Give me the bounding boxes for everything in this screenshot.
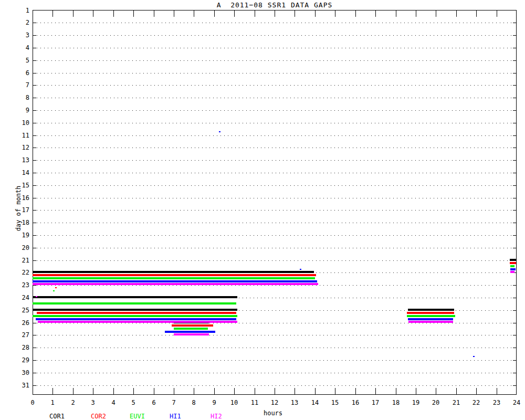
y-tick-label: 3 (10, 32, 29, 39)
day-tick-right (513, 348, 516, 348)
x-tick-label: 7 (172, 399, 175, 406)
x-tick-label: 11 (251, 399, 258, 406)
y-tick-label: 2 (10, 19, 29, 26)
hour-tick-top (497, 10, 497, 17)
hour-tick-bottom (436, 388, 436, 394)
day-tick-left (33, 385, 36, 386)
hour-tick-top (456, 10, 457, 17)
hour-tick-top (133, 10, 134, 17)
day-tick-right (513, 35, 516, 36)
x-tick-label: 20 (432, 399, 439, 406)
legend-item-cor1: COR1 (49, 413, 65, 420)
y-tick-label: 26 (10, 319, 29, 327)
day-tick-left (33, 223, 36, 223)
hour-tick-bottom (174, 388, 174, 394)
day-tick-left (33, 135, 36, 136)
day-gridline (33, 198, 516, 198)
y-axis-label: day of month (15, 186, 22, 232)
hour-tick-top (113, 10, 114, 17)
y-tick-label: 4 (10, 44, 29, 51)
gap-segment-hi1 (33, 280, 317, 282)
gap-segment-hi2 (408, 321, 453, 323)
gap-segment-cor1 (510, 259, 517, 261)
hour-tick-bottom (234, 388, 235, 394)
y-tick-label: 29 (10, 356, 29, 364)
day-tick-left (33, 123, 36, 123)
gap-segment-hi1 (219, 131, 220, 132)
day-gridline (33, 148, 516, 148)
x-tick-label: 0 (30, 399, 34, 406)
hour-tick-bottom (275, 388, 275, 394)
day-tick-right (513, 373, 516, 373)
y-tick-label: 20 (10, 244, 29, 251)
y-tick-label: 1 (10, 7, 29, 14)
gap-segment-cor1 (408, 309, 454, 311)
day-gridline (33, 110, 516, 111)
day-tick-left (33, 185, 36, 186)
legend-item-euvi: EUVI (130, 413, 145, 420)
y-tick-label: 14 (10, 169, 29, 176)
hour-tick-top (375, 10, 376, 17)
day-gridline (33, 135, 516, 136)
y-tick-label: 22 (10, 269, 29, 276)
x-tick-label: 23 (493, 399, 500, 406)
y-tick-label: 27 (10, 331, 29, 339)
hour-tick-bottom (416, 388, 416, 394)
hour-tick-top (73, 10, 74, 17)
gap-segment-euvi (33, 277, 315, 279)
x-tick-label: 18 (392, 399, 400, 406)
day-tick-right (513, 298, 516, 298)
day-tick-left (33, 110, 36, 111)
day-tick-right (513, 248, 516, 248)
y-tick-label: 19 (10, 232, 29, 239)
x-tick-label: 2 (71, 399, 75, 406)
gap-segment-hi1 (408, 318, 453, 320)
day-tick-left (33, 335, 36, 335)
x-tick-label: 16 (352, 399, 359, 406)
day-tick-left (33, 48, 36, 48)
gap-segment-cor2 (33, 274, 316, 276)
gap-segment-euvi (407, 315, 455, 317)
day-tick-right (513, 173, 516, 173)
day-tick-left (33, 285, 36, 286)
data-gaps-chart: A 2011−08 SSR1 DATA GAPS 012345678910111… (0, 0, 525, 420)
day-tick-left (33, 373, 36, 373)
day-gridline (33, 248, 516, 248)
hour-tick-top (476, 10, 477, 17)
gap-segment-cor2 (172, 324, 213, 327)
day-gridline (33, 285, 516, 286)
x-tick-label: 4 (111, 399, 115, 406)
day-gridline (33, 260, 516, 261)
hour-tick-bottom (476, 388, 477, 394)
y-tick-label: 9 (10, 107, 29, 114)
legend-item-hi2: HI2 (211, 413, 222, 420)
day-tick-right (513, 123, 516, 123)
gap-segment-hi2 (174, 333, 209, 335)
day-tick-right (513, 210, 516, 211)
day-tick-left (33, 148, 36, 148)
day-tick-left (33, 60, 36, 61)
gap-segment-hi1 (165, 331, 215, 333)
hour-tick-top (255, 10, 255, 17)
legend-item-hi1: HI1 (170, 413, 181, 420)
day-tick-right (513, 385, 516, 386)
x-tick-label: 8 (192, 399, 195, 406)
day-tick-right (513, 135, 516, 136)
day-gridline (33, 360, 516, 361)
gap-segment-hi2 (38, 321, 237, 323)
day-tick-right (513, 85, 516, 86)
day-tick-left (33, 248, 36, 248)
hour-tick-bottom (456, 388, 457, 394)
hour-tick-bottom (154, 388, 154, 394)
gap-segment-cor1 (33, 309, 237, 311)
day-tick-left (33, 210, 36, 211)
gap-segment-euvi (33, 315, 237, 317)
day-gridline (33, 160, 516, 161)
day-gridline (33, 173, 516, 173)
x-tick-label: 12 (271, 399, 278, 406)
y-tick-label: 5 (10, 57, 29, 64)
y-tick-label: 13 (10, 156, 29, 164)
hour-tick-bottom (113, 388, 114, 394)
day-gridline (33, 385, 516, 386)
x-tick-label: 21 (453, 399, 460, 406)
